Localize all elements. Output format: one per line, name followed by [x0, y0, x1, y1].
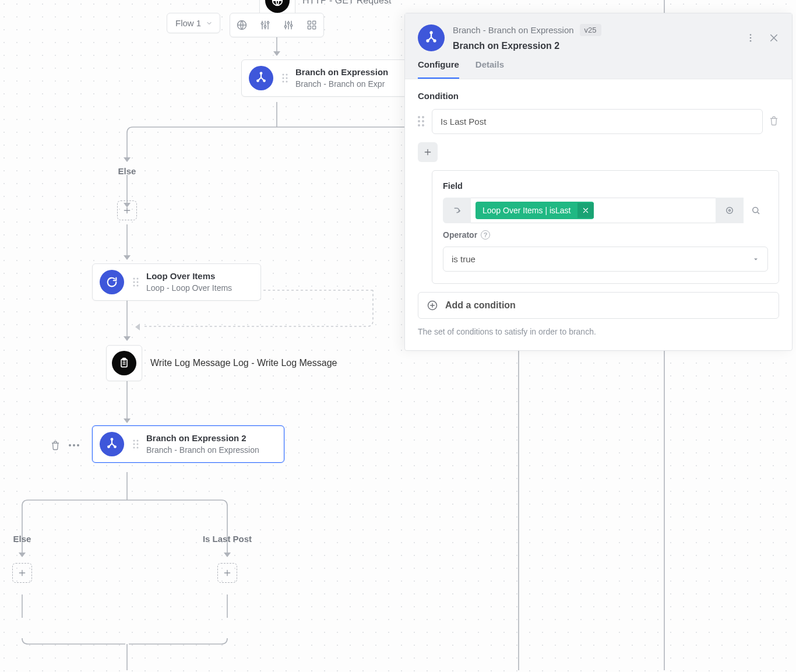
field-chip-label: Loop Over Items | isLast — [476, 202, 577, 219]
field-chip: Loop Over Items | isLast — [476, 202, 594, 219]
node-branch-expression-2[interactable]: Branch on Expression 2 Branch - Branch o… — [92, 425, 284, 463]
toolbar-actions — [230, 13, 324, 37]
flow-selector[interactable]: Flow 1 — [167, 13, 220, 33]
svg-point-3 — [264, 26, 266, 27]
drag-handle-icon[interactable] — [418, 116, 426, 128]
field-target-button[interactable] — [716, 198, 744, 223]
svg-point-29 — [111, 438, 113, 440]
workflow-canvas[interactable]: HTTP - GET Request Flow 1 Branch on Ex — [0, 0, 796, 672]
kebab-menu-icon[interactable] — [745, 33, 756, 43]
node-title: Branch on Expression 2 — [146, 432, 259, 444]
svg-point-33 — [137, 440, 139, 442]
add-condition-name-button[interactable] — [418, 142, 438, 162]
node-subtitle: Log - Write Log Message — [233, 358, 337, 368]
globe-icon — [265, 0, 290, 13]
svg-point-44 — [727, 207, 733, 214]
arrow-down-icon — [124, 157, 131, 162]
condition-name-input[interactable] — [432, 109, 763, 134]
delete-condition-icon[interactable] — [769, 115, 779, 128]
node-log[interactable]: Write Log Message Log - Write Log Messag… — [106, 345, 337, 381]
svg-point-45 — [729, 210, 731, 212]
panel-header: Branch - Branch on Expression v25 Branch… — [405, 13, 792, 51]
field-search-icon[interactable] — [744, 198, 768, 223]
svg-point-42 — [750, 37, 752, 38]
svg-point-31 — [114, 446, 116, 448]
svg-rect-8 — [308, 21, 311, 24]
node-title: Loop Over Items — [146, 270, 232, 282]
svg-point-36 — [133, 447, 135, 449]
svg-point-35 — [137, 444, 139, 445]
version-badge: v25 — [580, 24, 601, 36]
add-step-slot-condition[interactable] — [217, 563, 237, 583]
svg-point-34 — [133, 444, 135, 445]
arrow-down-icon — [124, 255, 131, 260]
config-panel: Branch - Branch on Expression v25 Branch… — [404, 13, 793, 351]
node-subtitle: HTTP - GET Request — [302, 0, 391, 6]
tab-details[interactable]: Details — [476, 59, 504, 79]
chevron-down-icon — [206, 20, 213, 27]
node-menu-icon[interactable] — [69, 444, 79, 446]
svg-rect-11 — [313, 26, 316, 29]
operator-select[interactable]: is true — [443, 247, 768, 272]
tab-configure[interactable]: Configure — [418, 59, 459, 79]
delete-node-icon[interactable] — [50, 440, 61, 453]
svg-point-18 — [286, 78, 288, 79]
svg-point-38 — [431, 31, 432, 33]
branch-icon — [249, 66, 273, 90]
svg-point-32 — [133, 440, 135, 442]
edge-label-else: Else — [115, 166, 139, 176]
arrow-down-icon — [19, 553, 26, 557]
condition-row — [418, 109, 779, 134]
arrow-loopback-icon — [135, 323, 140, 330]
drag-handle-icon[interactable] — [131, 439, 140, 449]
panel-title: Branch on Expression 2 — [453, 41, 601, 51]
flow-selector-label: Flow 1 — [175, 18, 201, 28]
remove-chip-icon[interactable] — [577, 203, 594, 218]
svg-point-16 — [286, 74, 288, 76]
condition-card: Field Loop Over Items | isLast — [432, 170, 779, 284]
drag-handle-icon[interactable] — [131, 277, 140, 287]
panel-breadcrumb: Branch - Branch on Expression — [453, 25, 574, 35]
section-condition-label: Condition — [418, 91, 779, 101]
node-loop[interactable]: Loop Over Items Loop - Loop Over Items — [92, 263, 261, 301]
sliders-alt-icon[interactable] — [277, 13, 300, 37]
grid-icon[interactable] — [300, 13, 323, 37]
globe-toolbar-icon[interactable] — [230, 13, 253, 37]
close-icon[interactable] — [769, 33, 779, 43]
svg-point-17 — [283, 78, 284, 79]
svg-point-6 — [287, 22, 289, 24]
panel-body: Condition Field — [405, 79, 792, 350]
svg-point-15 — [283, 74, 284, 76]
add-step-slot[interactable] — [117, 200, 137, 220]
node-subtitle: Branch - Branch on Expr — [295, 79, 388, 90]
condition-hint: The set of conditions to satisfy in orde… — [418, 327, 779, 336]
edge-label-islast: Is Last Post — [198, 534, 256, 544]
field-label: Field — [443, 181, 768, 191]
operator-label-row: Operator ? — [443, 230, 768, 240]
add-condition-label: Add a condition — [445, 300, 516, 311]
add-condition-button[interactable]: Add a condition — [418, 292, 779, 319]
svg-point-7 — [290, 24, 292, 26]
add-step-slot-else[interactable] — [12, 563, 32, 583]
arrow-down-icon — [273, 51, 280, 56]
svg-point-12 — [260, 72, 262, 74]
node-branch-expression[interactable]: Branch on Expression Branch - Branch on … — [241, 59, 410, 97]
svg-rect-9 — [313, 21, 316, 24]
branch-icon — [100, 432, 124, 456]
svg-point-23 — [133, 282, 135, 283]
svg-point-26 — [137, 285, 139, 287]
arrow-down-icon — [124, 418, 131, 423]
branch-icon — [418, 24, 445, 51]
edge-label-else2: Else — [10, 534, 34, 544]
svg-point-43 — [750, 40, 752, 41]
svg-point-25 — [133, 285, 135, 287]
field-source-button[interactable] — [443, 198, 471, 223]
operator-value: is true — [452, 254, 476, 264]
sliders-icon[interactable] — [253, 13, 277, 37]
svg-point-40 — [434, 40, 436, 41]
svg-point-4 — [267, 22, 269, 23]
drag-handle-icon[interactable] — [280, 73, 290, 83]
svg-point-14 — [263, 80, 265, 82]
caret-down-icon — [752, 256, 759, 263]
help-icon[interactable]: ? — [481, 230, 490, 240]
